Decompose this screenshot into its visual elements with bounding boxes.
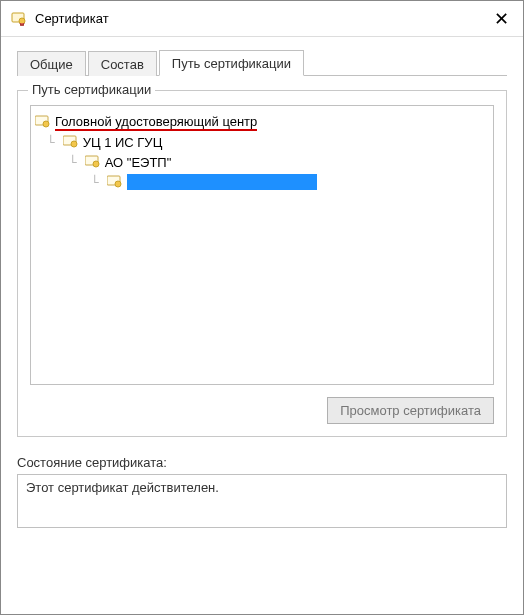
tab-details[interactable]: Состав bbox=[88, 51, 157, 76]
svg-point-9 bbox=[115, 181, 121, 187]
tree-connector-icon: └ bbox=[69, 155, 85, 170]
tree-node-level1[interactable]: └ УЦ 1 ИС ГУЦ bbox=[35, 132, 489, 152]
certificate-window: Сертификат ✕ Общие Состав Путь сертифика… bbox=[0, 0, 524, 615]
tree-label-root: Головной удостоверяющий центр bbox=[55, 114, 257, 131]
svg-point-5 bbox=[71, 141, 77, 147]
tree-node-leaf[interactable]: └ bbox=[35, 172, 489, 192]
svg-point-7 bbox=[93, 161, 99, 167]
tab-strip: Общие Состав Путь сертификации bbox=[17, 49, 507, 76]
certification-path-group: Путь сертификации Головной удостоверяющи… bbox=[17, 90, 507, 437]
view-certificate-button[interactable]: Просмотр сертификата bbox=[327, 397, 494, 424]
tree-node-root[interactable]: Головной удостоверяющий центр bbox=[35, 112, 489, 132]
tree-label-level1: УЦ 1 ИС ГУЦ bbox=[83, 135, 163, 150]
close-button[interactable]: ✕ bbox=[485, 8, 517, 30]
certificate-icon bbox=[107, 175, 123, 189]
window-title: Сертификат bbox=[35, 11, 485, 26]
tree-node-level2[interactable]: └ АО "ЕЭТП" bbox=[35, 152, 489, 172]
tab-general[interactable]: Общие bbox=[17, 51, 86, 76]
certificate-icon bbox=[85, 155, 101, 169]
certificate-status-text: Этот сертификат действителен. bbox=[26, 480, 219, 495]
titlebar: Сертификат ✕ bbox=[1, 1, 523, 37]
tree-connector-icon: └ bbox=[47, 135, 63, 150]
button-row: Просмотр сертификата bbox=[30, 397, 494, 424]
certificate-icon bbox=[35, 115, 51, 129]
tab-certification-path[interactable]: Путь сертификации bbox=[159, 50, 304, 76]
content-area: Общие Состав Путь сертификации Путь серт… bbox=[1, 37, 523, 544]
certificate-icon bbox=[63, 135, 79, 149]
group-legend: Путь сертификации bbox=[28, 82, 155, 97]
certificate-icon bbox=[11, 11, 27, 27]
certificate-status-box: Этот сертификат действителен. bbox=[17, 474, 507, 528]
certificate-status-label: Состояние сертификата: bbox=[17, 455, 507, 470]
tree-connector-icon: └ bbox=[91, 175, 107, 190]
tree-label-level2: АО "ЕЭТП" bbox=[105, 155, 172, 170]
svg-point-3 bbox=[43, 121, 49, 127]
tree-label-leaf-selected bbox=[127, 174, 317, 190]
certification-path-tree[interactable]: Головной удостоверяющий центр └ УЦ 1 ИС … bbox=[30, 105, 494, 385]
